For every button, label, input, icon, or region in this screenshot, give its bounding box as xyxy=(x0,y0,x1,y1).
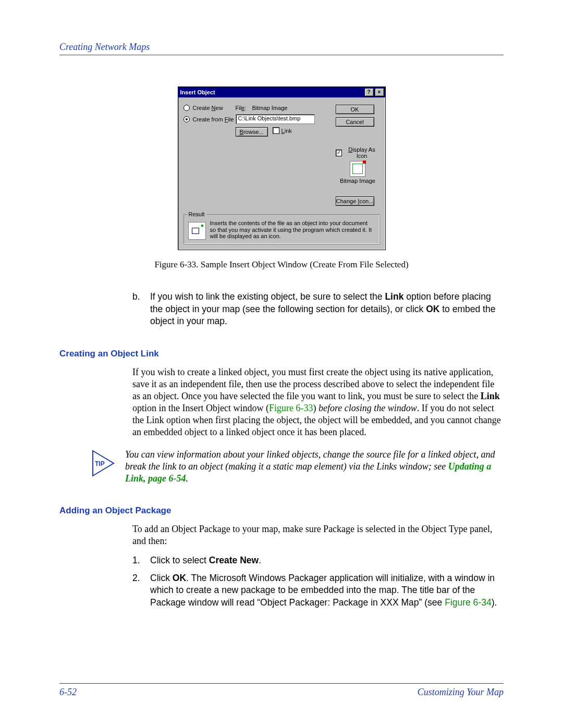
browse-button[interactable]: Browse... xyxy=(236,127,268,137)
dialog-title: Insert Object xyxy=(180,89,215,95)
file-label: File: xyxy=(236,105,252,111)
change-icon-button[interactable]: Change Icon... xyxy=(336,196,374,206)
result-panel: Result Inserts the contents of the file … xyxy=(183,214,380,244)
paragraph: If you wish to create a linked object, y… xyxy=(132,366,504,438)
result-icon xyxy=(188,222,206,240)
checkbox-icon xyxy=(273,127,279,134)
radio-icon xyxy=(183,105,190,111)
figure-caption: Figure 6-33. Sample Insert Object Window… xyxy=(59,260,504,270)
help-icon[interactable]: ? xyxy=(364,88,374,96)
icon-preview xyxy=(350,161,365,177)
footer-rule xyxy=(59,683,504,684)
close-icon[interactable]: × xyxy=(375,88,384,96)
insert-object-dialog: Insert Object ? × Create New Create from… xyxy=(178,87,386,250)
result-legend: Result xyxy=(187,211,206,217)
radio-create-new[interactable]: Create New xyxy=(183,105,236,111)
page-footer: 6-52 Customizing Your Map xyxy=(59,679,504,698)
page-header: Creating Network Maps xyxy=(59,42,504,55)
footer-section: Customizing Your Map xyxy=(418,687,504,698)
figure-xref[interactable]: Figure 6-33 xyxy=(269,403,313,413)
radio-create-from-file[interactable]: Create from File xyxy=(183,116,236,122)
page-number: 6-52 xyxy=(59,687,77,698)
radio-icon xyxy=(183,116,190,122)
paragraph: To add an Object Package to your map, ma… xyxy=(132,523,504,547)
step-b: b. If you wish to link the existing obje… xyxy=(132,291,504,328)
header-rule xyxy=(59,55,504,55)
checkbox-icon: ✓ xyxy=(336,150,342,156)
list-marker: 2. xyxy=(132,572,150,609)
ok-button[interactable]: OK xyxy=(336,105,374,114)
file-path-input[interactable]: C:\Link Objects\test.bmp xyxy=(236,114,315,124)
result-text: Inserts the contents of the file as an o… xyxy=(210,220,375,240)
list-marker: 1. xyxy=(132,554,150,567)
heading-creating-object-link: Creating an Object Link xyxy=(59,349,504,359)
display-as-icon-checkbox[interactable]: ✓ Display As Icon xyxy=(336,146,380,159)
list-marker: b. xyxy=(132,291,150,328)
tip-callout: TIP You can view information about your … xyxy=(91,449,504,485)
step-1: 1. Click to select Create New. xyxy=(132,554,504,567)
tip-text: You can view information about your link… xyxy=(125,449,504,485)
file-type-value: Bitmap Image xyxy=(252,105,288,111)
icon-preview-caption: Bitmap Image xyxy=(336,178,380,184)
link-checkbox[interactable]: Link xyxy=(273,127,292,134)
heading-adding-object-package: Adding an Object Package xyxy=(59,505,504,516)
svg-text:TIP: TIP xyxy=(95,460,105,467)
step-2: 2. Click OK. The Microsoft Windows Packa… xyxy=(132,572,504,609)
tip-icon: TIP xyxy=(91,449,116,478)
figure-xref[interactable]: Figure 6-34 xyxy=(445,597,492,608)
dialog-titlebar: Insert Object ? × xyxy=(178,87,385,97)
cancel-button[interactable]: Cancel xyxy=(336,117,374,127)
